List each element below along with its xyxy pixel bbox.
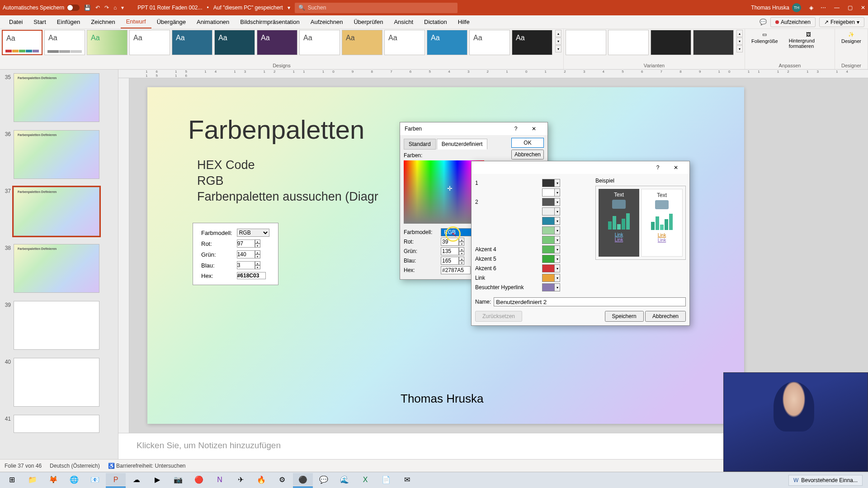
undo-icon[interactable]: ↶ — [95, 5, 100, 11]
share-button[interactable]: ↗Freigeben▾ — [819, 17, 864, 27]
color-swatch-button[interactable]: ▾ — [542, 217, 560, 225]
powerpoint-icon[interactable]: P — [106, 473, 126, 488]
color-swatch-button[interactable]: ▾ — [542, 245, 560, 253]
maximize-button[interactable]: ▢ — [848, 5, 853, 11]
edge-icon[interactable]: 🌊 — [335, 473, 354, 488]
outlook-icon[interactable]: 📧 — [85, 473, 105, 488]
vlc-icon[interactable]: ▶ — [147, 473, 167, 488]
app-icon[interactable]: ⚙ — [272, 473, 292, 488]
theme-thumb[interactable]: Aa — [427, 30, 467, 55]
app-icon[interactable]: 🔴 — [189, 473, 209, 488]
thumbnail[interactable] — [14, 301, 99, 350]
ok-button[interactable]: OK — [511, 138, 544, 148]
tab-standard[interactable]: Standard — [404, 139, 436, 150]
home-icon[interactable]: ⌂ — [113, 5, 117, 11]
tab-entwurf[interactable]: Entwurf — [121, 15, 151, 28]
format-background-button[interactable]: 🖼Hintergrund formatieren — [784, 30, 833, 51]
help-button[interactable]: ? — [649, 164, 667, 171]
qat-dropdown-icon[interactable]: ▾ — [121, 5, 124, 11]
theme-thumb[interactable]: Aa — [384, 30, 425, 55]
theme-thumb[interactable]: Aa — [87, 30, 127, 55]
spin-down-icon[interactable]: ▾ — [459, 242, 464, 246]
theme-thumb[interactable]: Aa — [214, 30, 255, 55]
telegram-icon[interactable]: ✈ — [231, 473, 250, 488]
tab-hilfe[interactable]: Hilfe — [453, 16, 475, 28]
color-swatch-button[interactable]: ▾ — [542, 236, 560, 244]
tab-ueberpruefen[interactable]: Überprüfen — [348, 16, 388, 28]
excel-icon[interactable]: X — [355, 473, 375, 488]
theme-thumb[interactable]: Aa — [299, 30, 340, 55]
theme-thumb[interactable]: Aa — [44, 30, 85, 55]
spin-up-icon[interactable]: ▴ — [459, 247, 464, 251]
color-crosshair-icon[interactable]: ✛ — [447, 185, 453, 192]
coming-soon-icon[interactable]: ◈ — [809, 5, 813, 11]
search-box[interactable]: 🔍 — [295, 3, 458, 13]
theme-thumb[interactable]: Aa — [512, 30, 552, 55]
tab-ansicht[interactable]: Ansicht — [388, 16, 419, 28]
thumbnail[interactable] — [14, 415, 99, 433]
app-icon[interactable]: 📄 — [376, 473, 396, 488]
thumbnail[interactable]: Farbenpaletten Definieren — [14, 130, 99, 179]
variant-thumb[interactable] — [693, 30, 734, 55]
user-account[interactable]: Thomas Hruska TH — [751, 3, 801, 12]
blue-input[interactable] — [441, 257, 459, 265]
cancel-button[interactable]: Abbrechen — [511, 150, 544, 160]
color-swatch-button[interactable]: ▾ — [542, 226, 560, 235]
thumbnail[interactable]: Farbenpaletten Definieren — [14, 73, 99, 122]
cancel-button[interactable]: Abbrechen — [645, 311, 686, 322]
save-location[interactable]: Auf "diesem PC" gespeichert — [213, 5, 283, 11]
firefox-icon[interactable]: 🦊 — [43, 473, 63, 488]
variant-thumb[interactable] — [566, 30, 606, 55]
language-status[interactable]: Deutsch (Österreich) — [50, 463, 100, 469]
slide-counter[interactable]: Folie 37 von 46 — [5, 463, 42, 469]
search-input[interactable] — [308, 5, 454, 11]
red-input[interactable] — [441, 238, 459, 246]
start-button[interactable]: ⊞ — [2, 473, 22, 488]
slide-author[interactable]: Thomas Hruska — [401, 392, 484, 406]
filename-dropdown-icon[interactable]: ▾ — [288, 5, 290, 11]
help-button[interactable]: ? — [507, 126, 525, 132]
explorer-icon[interactable]: 📁 — [23, 473, 42, 488]
slide-body[interactable]: HEX Code RGB Farbenpaletten aussuchen (D… — [197, 157, 378, 205]
thumbnail[interactable] — [14, 358, 99, 407]
slide-title[interactable]: Farbenpaletten — [188, 114, 364, 145]
comments-icon[interactable]: 💬 — [760, 19, 767, 25]
tab-aufzeichnen[interactable]: Aufzeichnen — [305, 16, 349, 28]
autosave-switch[interactable] — [67, 5, 80, 11]
slide-size-button[interactable]: ▭Foliengröße — [747, 30, 783, 46]
minimize-button[interactable]: — — [834, 5, 840, 11]
tray-notification[interactable]: WBevorstehende Einna... — [788, 475, 863, 486]
theme-thumb[interactable]: Aa — [172, 30, 212, 55]
obs-icon[interactable]: ⚫ — [293, 473, 313, 488]
tab-custom[interactable]: Benutzerdefiniert — [437, 139, 488, 150]
spin-down-icon[interactable]: ▾ — [459, 261, 464, 265]
close-button[interactable]: ✕ — [861, 5, 865, 11]
color-swatch-button[interactable]: ▾ — [542, 264, 560, 272]
theme-thumb[interactable]: Aa — [2, 30, 42, 55]
green-input[interactable] — [441, 247, 459, 255]
variants-gallery-arrows[interactable]: ▴▾▾ — [736, 30, 743, 52]
theme-thumb[interactable]: Aa — [342, 30, 382, 55]
slide-thumbnails[interactable]: 35Farbenpaletten Definieren 36Farbenpale… — [0, 70, 118, 459]
theme-thumb[interactable]: Aa — [257, 30, 297, 55]
save-icon[interactable]: 💾 — [84, 5, 91, 11]
thumbnail[interactable]: Farbenpaletten Definieren — [14, 187, 99, 236]
color-swatch-button[interactable]: ▾ — [542, 283, 560, 291]
thumbnail[interactable]: Farbenpaletten Definieren — [14, 244, 99, 293]
designer-button[interactable]: ✨Designer — [837, 30, 866, 46]
dialog-close-button[interactable]: ✕ — [667, 164, 685, 171]
hex-input[interactable] — [441, 266, 471, 274]
save-button[interactable]: Speichern — [605, 311, 644, 322]
themes-gallery-arrows[interactable]: ▴▾▾ — [555, 30, 561, 52]
tab-start[interactable]: Start — [28, 16, 51, 28]
tab-uebergaenge[interactable]: Übergänge — [151, 16, 191, 28]
mail-icon[interactable]: ✉ — [397, 473, 417, 488]
color-swatch-button[interactable]: ▾ — [542, 198, 560, 206]
theme-thumb[interactable]: Aa — [129, 30, 170, 55]
app-icon[interactable]: 📷 — [168, 473, 188, 488]
variant-thumb[interactable] — [651, 30, 691, 55]
dialog-close-button[interactable]: ✕ — [525, 126, 543, 132]
spin-up-icon[interactable]: ▴ — [459, 238, 464, 242]
color-swatch-button[interactable]: ▾ — [542, 179, 560, 187]
tab-dictation[interactable]: Dictation — [419, 16, 453, 28]
